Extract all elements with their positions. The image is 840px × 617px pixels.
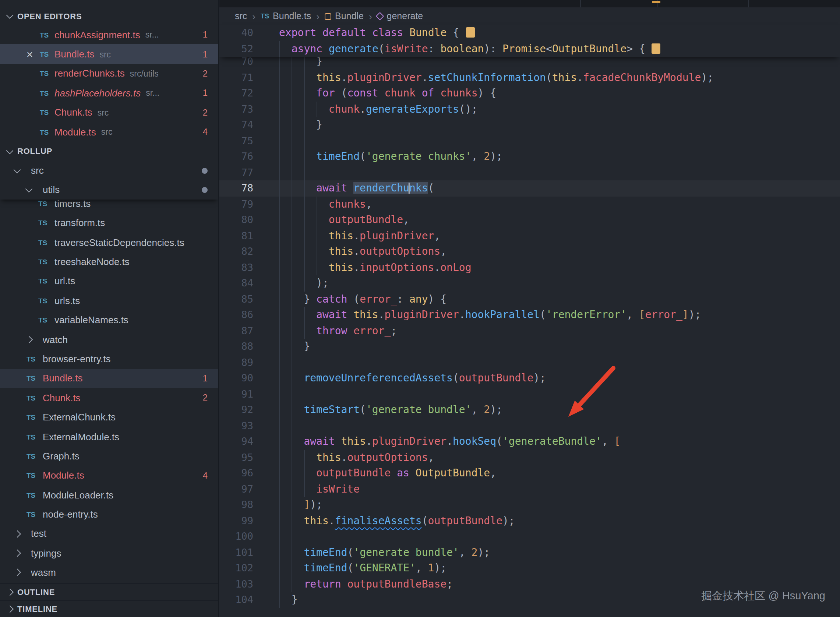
code-line[interactable]: 96outputBundle as OutputBundle, xyxy=(220,465,840,481)
line-number[interactable]: 91 xyxy=(220,386,253,402)
line-number[interactable]: 87 xyxy=(220,323,253,339)
line-number[interactable]: 96 xyxy=(220,465,253,481)
tree-item[interactable]: TSExternalModule.ts xyxy=(0,427,218,447)
code-line[interactable]: 71this.pluginDriver.setChunkInformation(… xyxy=(220,69,840,86)
timeline-header[interactable]: TIMELINE xyxy=(0,600,218,617)
code-line[interactable]: 86await this.pluginDriver.hookParallel('… xyxy=(220,307,840,323)
line-number[interactable]: 79 xyxy=(220,196,253,212)
sticky-code-line[interactable]: 52async generate(isWrite: boolean): Prom… xyxy=(220,41,840,57)
code-line[interactable]: 100 xyxy=(220,528,840,545)
tree-item[interactable]: TSnode-entry.ts xyxy=(0,505,218,524)
code-line[interactable]: 88} xyxy=(220,339,840,354)
close-icon[interactable]: × xyxy=(27,49,40,60)
line-number[interactable]: 88 xyxy=(220,339,253,354)
code-line[interactable]: 99this.finaliseAssets(outputBundle); xyxy=(220,513,840,528)
code-line[interactable]: 93 xyxy=(220,418,840,434)
open-editor-item[interactable]: TSChunk.tssrc2 xyxy=(0,103,218,122)
line-number[interactable]: 74 xyxy=(220,117,253,133)
line-number[interactable]: 93 xyxy=(220,418,253,434)
code-line[interactable]: 74} xyxy=(220,117,840,133)
code-line[interactable]: 89 xyxy=(220,354,840,370)
line-number[interactable]: 84 xyxy=(220,275,253,291)
code-line[interactable]: 78await renderChunks( xyxy=(220,180,840,196)
line-number[interactable]: 94 xyxy=(220,434,253,450)
code-line[interactable]: 76timeEnd('generate chunks', 2); xyxy=(220,149,840,165)
line-number[interactable]: 78 xyxy=(220,180,253,196)
tree-item[interactable]: TSExternalChunk.ts xyxy=(0,407,218,427)
code-line[interactable]: 95this.outputOptions, xyxy=(220,450,840,465)
line-number[interactable]: 95 xyxy=(220,450,253,465)
code-line[interactable]: 83this.inputOptions.onLog xyxy=(220,260,840,275)
tree-item[interactable]: test xyxy=(0,524,218,544)
tree-item[interactable]: TSvariableNames.ts xyxy=(0,310,218,330)
open-editor-item[interactable]: TSchunkAssignment.tssr...1 xyxy=(0,25,218,44)
open-editors-header[interactable]: OPEN EDITORS xyxy=(0,0,218,25)
code-line[interactable]: 80outputBundle, xyxy=(220,212,840,228)
code-line[interactable]: 72for (const chunk of chunks) { xyxy=(220,86,840,101)
tree-item[interactable]: TSurls.ts xyxy=(0,291,218,310)
tree-item[interactable]: TStreeshakeNode.ts xyxy=(0,252,218,272)
breadcrumb-item-bundle-ts[interactable]: TSBundle.ts xyxy=(261,11,311,21)
code-line[interactable]: 98]); xyxy=(220,497,840,513)
breadcrumb-item-bundle[interactable]: Bundle xyxy=(325,11,364,21)
tree-item[interactable]: TSbrowser-entry.ts xyxy=(0,349,218,369)
code-line[interactable]: 101timeEnd('generate bundle', 2); xyxy=(220,545,840,560)
open-editor-item[interactable]: ×TSBundle.tssrc1 xyxy=(0,44,218,64)
line-number[interactable]: 72 xyxy=(220,86,253,101)
code-line[interactable]: 77 xyxy=(220,165,840,180)
code-line[interactable]: 97isWrite xyxy=(220,481,840,497)
code-line[interactable]: 104} xyxy=(220,592,840,608)
line-number[interactable]: 100 xyxy=(220,528,253,545)
line-number[interactable]: 80 xyxy=(220,212,253,228)
tree-item[interactable]: TSBundle.ts1 xyxy=(0,369,218,388)
tree-item[interactable]: TSurl.ts xyxy=(0,271,218,291)
code-line[interactable]: 82this.outputOptions, xyxy=(220,244,840,260)
tree-item[interactable]: src xyxy=(0,161,218,180)
line-number[interactable]: 89 xyxy=(220,354,253,370)
breadcrumb-item-src[interactable]: src xyxy=(235,11,247,21)
tree-item[interactable]: TSModule.ts4 xyxy=(0,466,218,485)
tree-item[interactable]: TStraverseStaticDependencies.ts xyxy=(0,233,218,252)
code-line[interactable]: 102timeEnd('GENERATE', 1); xyxy=(220,560,840,576)
line-number[interactable]: 104 xyxy=(220,592,253,608)
line-number[interactable]: 75 xyxy=(220,133,253,149)
line-number[interactable]: 77 xyxy=(220,165,253,180)
line-number[interactable]: 85 xyxy=(220,291,253,307)
line-number[interactable]: 86 xyxy=(220,307,253,323)
tree-item[interactable]: TSGraph.ts xyxy=(0,446,218,466)
code-line[interactable]: 91 xyxy=(220,386,840,402)
line-number[interactable]: 52 xyxy=(220,41,253,57)
code-line[interactable]: 84); xyxy=(220,275,840,291)
tree-item[interactable]: TStransform.ts xyxy=(0,213,218,233)
line-number[interactable]: 101 xyxy=(220,545,253,560)
outline-header[interactable]: OUTLINE xyxy=(0,583,218,600)
line-number[interactable]: 76 xyxy=(220,149,253,165)
code-line[interactable]: 103return outputBundleBase; xyxy=(220,576,840,592)
sticky-code-line[interactable]: 40export default class Bundle { xyxy=(220,25,840,41)
line-number[interactable]: 99 xyxy=(220,513,253,528)
line-number[interactable]: 81 xyxy=(220,228,253,244)
line-number[interactable]: 102 xyxy=(220,560,253,576)
line-number[interactable]: 103 xyxy=(220,576,253,592)
line-number[interactable]: 83 xyxy=(220,260,253,275)
open-editor-item[interactable]: TShashPlaceholders.tssr...1 xyxy=(0,83,218,103)
code-line[interactable]: 79chunks, xyxy=(220,196,840,212)
code-line[interactable]: 90removeUnreferencedAssets(outputBundle)… xyxy=(220,370,840,386)
line-number[interactable]: 73 xyxy=(220,101,253,117)
line-number[interactable]: 71 xyxy=(220,69,253,86)
tree-item[interactable]: TSChunk.ts2 xyxy=(0,388,218,407)
line-number[interactable]: 90 xyxy=(220,370,253,386)
line-number[interactable]: 40 xyxy=(220,25,253,41)
line-number[interactable]: 92 xyxy=(220,402,253,418)
explorer-header[interactable]: ROLLUP xyxy=(0,142,218,161)
tree-item[interactable]: watch xyxy=(0,330,218,349)
code-line[interactable]: 85} catch (error_: any) { xyxy=(220,291,840,307)
open-editor-item[interactable]: TSModule.tssrc4 xyxy=(0,122,218,142)
open-editor-item[interactable]: TSrenderChunks.tssrc/utils2 xyxy=(0,64,218,84)
code-line[interactable]: 87throw error_; xyxy=(220,323,840,339)
breadcrumb-item-generate[interactable]: generate xyxy=(377,11,423,21)
code-line[interactable]: 75 xyxy=(220,133,840,149)
tree-item[interactable]: wasm xyxy=(0,563,218,582)
line-number[interactable]: 97 xyxy=(220,481,253,497)
code-line[interactable]: 92timeStart('generate bundle', 2); xyxy=(220,402,840,418)
